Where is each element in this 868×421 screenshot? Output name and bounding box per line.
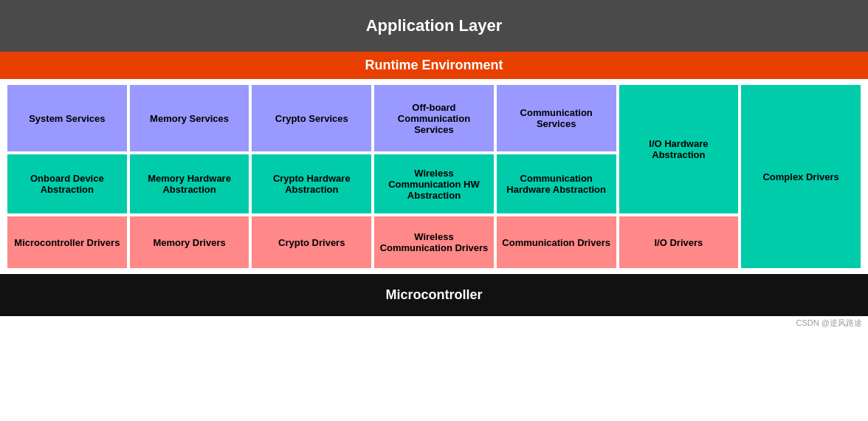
- crypto-services-cell: Crypto Services: [252, 85, 371, 151]
- app-layer: Application Layer: [0, 0, 868, 52]
- comm-hw-cell: Communication Hardware Abstraction: [497, 154, 616, 213]
- comm-drivers-label: Communication Drivers: [502, 237, 610, 248]
- crypto-drivers-label: Crypto Drivers: [278, 237, 345, 248]
- arch-table: System Services Memory Services Crypto S…: [4, 82, 864, 271]
- watermark-text: CSDN @逆风路途: [796, 318, 862, 327]
- microcontroller-bar: Microcontroller: [0, 274, 868, 316]
- crypto-hw-label: Crypto Hardware Abstraction: [273, 173, 351, 195]
- watermark: CSDN @逆风路途: [0, 316, 868, 330]
- io-hw-abstraction-label: I/O Hardware Abstraction: [649, 138, 708, 160]
- wireless-comm-hw-cell: Wireless Communication HW Abstraction: [374, 154, 494, 213]
- wireless-comm-drivers-label: Wireless Communication Drivers: [380, 231, 489, 253]
- memory-hw-label: Memory Hardware Abstraction: [148, 173, 231, 195]
- diagram-container: Application Layer Runtime Environment Sy…: [0, 0, 868, 330]
- memory-services-label: Memory Services: [150, 113, 229, 124]
- wireless-comm-drivers-cell: Wireless Communication Drivers: [374, 216, 494, 268]
- memory-services-cell: Memory Services: [130, 85, 249, 151]
- complex-drivers-cell: Complex Drivers: [741, 85, 861, 268]
- io-drivers-cell: I/O Drivers: [619, 216, 739, 268]
- memory-hw-cell: Memory Hardware Abstraction: [130, 154, 249, 213]
- comm-services-cell: Communication Services: [497, 85, 616, 151]
- offboard-comm-label: Off-board Communication Services: [398, 102, 470, 135]
- wireless-comm-hw-label: Wireless Communication HW Abstraction: [388, 168, 480, 201]
- microcontroller-drivers-cell: Microcontroller Drivers: [7, 216, 127, 268]
- arch-wrapper: System Services Memory Services Crypto S…: [0, 79, 868, 271]
- comm-services-label: Communication Services: [520, 107, 593, 129]
- crypto-drivers-cell: Crypto Drivers: [252, 216, 371, 268]
- microcontroller-title: Microcontroller: [385, 287, 482, 302]
- runtime-env-title: Runtime Environment: [365, 58, 503, 72]
- system-services-label: System Services: [29, 113, 105, 124]
- microcontroller-drivers-label: Microcontroller Drivers: [14, 237, 120, 248]
- memory-drivers-cell: Memory Drivers: [130, 216, 249, 268]
- onboard-device-cell: Onboard Device Abstraction: [7, 154, 127, 213]
- system-services-cell: System Services: [7, 85, 127, 151]
- io-drivers-label: I/O Drivers: [654, 237, 703, 248]
- runtime-env: Runtime Environment: [0, 52, 868, 79]
- app-layer-title: Application Layer: [366, 16, 503, 35]
- comm-drivers-cell: Communication Drivers: [497, 216, 616, 268]
- io-hw-abstraction-cell: I/O Hardware Abstraction: [619, 85, 739, 213]
- offboard-comm-cell: Off-board Communication Services: [374, 85, 494, 151]
- crypto-hw-cell: Crypto Hardware Abstraction: [252, 154, 371, 213]
- complex-drivers-label: Complex Drivers: [762, 171, 838, 182]
- memory-drivers-label: Memory Drivers: [153, 237, 225, 248]
- comm-hw-label: Communication Hardware Abstraction: [506, 173, 606, 195]
- crypto-services-label: Crypto Services: [275, 113, 348, 124]
- onboard-device-label: Onboard Device Abstraction: [30, 173, 104, 195]
